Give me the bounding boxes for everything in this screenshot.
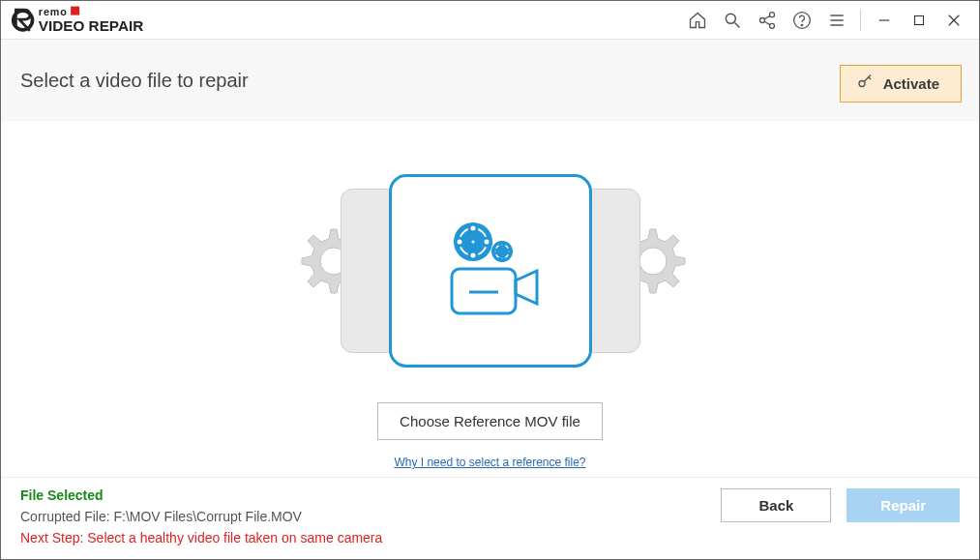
page-title: Select a video file to repair <box>20 70 249 92</box>
back-button[interactable]: Back <box>721 488 831 522</box>
footer-buttons: Back Repair <box>721 488 960 522</box>
svg-rect-1 <box>71 6 79 15</box>
svg-point-10 <box>801 24 802 25</box>
close-icon[interactable] <box>938 5 969 36</box>
svg-rect-15 <box>915 15 924 24</box>
brand-bottom: VIDEO REPAIR <box>39 16 143 33</box>
activate-button[interactable]: Activate <box>840 65 962 103</box>
video-camera-icon <box>423 203 558 339</box>
main-content: Choose Reference MOV file Why I need to … <box>1 121 979 469</box>
minimize-icon[interactable] <box>869 5 900 36</box>
separator <box>860 10 861 31</box>
activate-label: Activate <box>883 75 939 92</box>
key-icon <box>856 74 874 94</box>
home-icon[interactable] <box>682 5 713 36</box>
svg-point-27 <box>456 238 463 246</box>
svg-line-20 <box>868 77 870 79</box>
choose-reference-button[interactable]: Choose Reference MOV file <box>377 402 603 440</box>
subheader: Select a video file to repair Activate <box>1 40 979 121</box>
svg-point-34 <box>493 250 497 253</box>
share-icon[interactable] <box>752 5 783 36</box>
reference-help-link[interactable]: Why I need to select a reference file? <box>394 456 585 469</box>
titlebar: remo VIDEO REPAIR <box>1 1 979 40</box>
svg-point-35 <box>507 250 511 253</box>
svg-point-26 <box>469 251 477 259</box>
search-icon[interactable] <box>717 5 748 36</box>
svg-point-5 <box>760 17 765 22</box>
svg-point-6 <box>770 23 775 28</box>
next-step-hint: Next Step: Select a healthy video file t… <box>20 530 960 545</box>
svg-line-3 <box>735 22 740 27</box>
path-value: F:\MOV Files\Corrupt File.MOV <box>113 509 301 524</box>
brand-top: remo <box>39 5 68 16</box>
video-card <box>389 174 592 368</box>
app-logo: remo VIDEO REPAIR <box>11 3 682 38</box>
svg-point-22 <box>639 248 667 275</box>
svg-point-29 <box>470 239 476 245</box>
repair-button[interactable]: Repair <box>846 488 960 522</box>
svg-point-32 <box>500 243 504 247</box>
titlebar-controls <box>682 5 969 36</box>
help-icon[interactable] <box>787 5 817 36</box>
path-label: Corrupted File: <box>20 509 113 524</box>
svg-point-33 <box>500 256 504 260</box>
svg-point-2 <box>726 14 735 23</box>
svg-point-25 <box>469 224 477 232</box>
hero-graphic <box>321 174 660 366</box>
svg-line-7 <box>764 15 770 18</box>
maximize-icon[interactable] <box>904 5 935 36</box>
svg-line-8 <box>764 21 770 24</box>
svg-point-4 <box>770 12 775 16</box>
footer: File Selected Corrupted File: F:\MOV Fil… <box>1 477 979 559</box>
svg-point-28 <box>483 238 490 246</box>
svg-point-18 <box>859 81 865 87</box>
menu-icon[interactable] <box>821 5 852 36</box>
